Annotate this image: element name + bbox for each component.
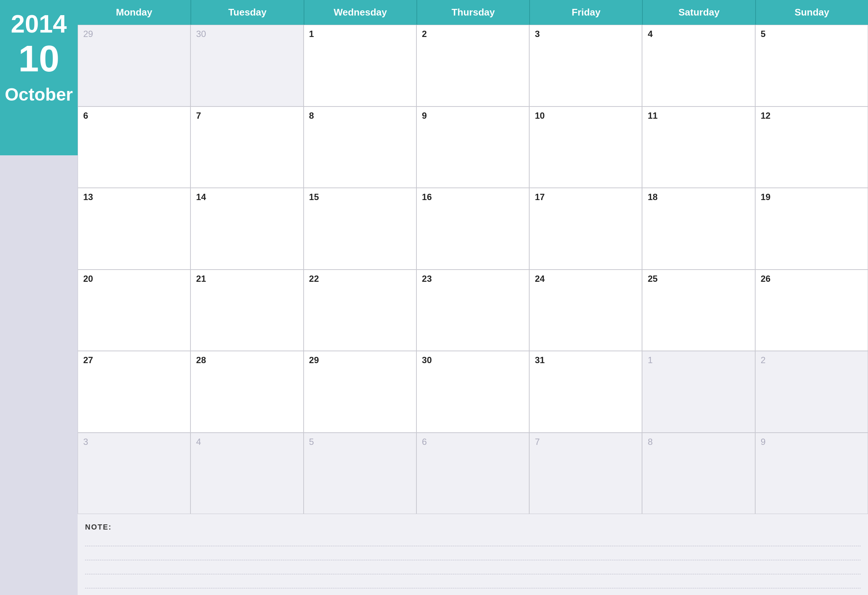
day-cell[interactable]: 2 [755, 351, 868, 433]
day-number: 5 [761, 29, 766, 39]
day-number: 8 [648, 437, 652, 447]
day-cell[interactable]: 24 [529, 270, 642, 351]
calendar-grid: 2930123456789101112131415161718192021222… [78, 25, 868, 514]
day-cell[interactable]: 1 [642, 351, 755, 433]
day-cell[interactable]: 9 [755, 433, 868, 514]
day-cell[interactable]: 22 [304, 270, 416, 351]
day-cell[interactable]: 30 [416, 351, 529, 433]
day-cell[interactable]: 16 [416, 188, 529, 270]
day-cell[interactable]: 19 [755, 188, 868, 270]
header-day-saturday: Saturday [642, 0, 755, 25]
day-number: 14 [196, 192, 206, 202]
calendar-main: MondayTuesdayWednesdayThursdayFridaySatu… [78, 0, 868, 595]
day-number: 26 [761, 274, 771, 283]
day-cell[interactable]: 28 [190, 351, 303, 433]
day-number: 9 [422, 111, 427, 121]
day-number: 11 [648, 111, 658, 121]
sidebar: 2014 10 October [0, 0, 78, 595]
day-number: 8 [309, 111, 314, 121]
day-number: 12 [761, 111, 771, 121]
day-cell[interactable]: 18 [642, 188, 755, 270]
year-label: 2014 [11, 11, 66, 36]
day-number: 29 [309, 355, 319, 365]
day-cell[interactable]: 25 [642, 270, 755, 351]
note-line [85, 563, 861, 574]
day-number: 4 [648, 29, 652, 39]
header-day-monday: Monday [78, 0, 190, 25]
day-cell[interactable]: 31 [529, 351, 642, 433]
day-number: 7 [196, 111, 201, 121]
day-number: 29 [83, 29, 93, 39]
day-cell[interactable]: 20 [78, 270, 190, 351]
day-number: 5 [309, 437, 314, 447]
day-cell[interactable]: 30 [190, 25, 303, 106]
day-number: 21 [196, 274, 206, 283]
day-cell[interactable]: 6 [416, 433, 529, 514]
day-number: 24 [535, 274, 545, 283]
day-number: 2 [761, 355, 766, 365]
day-number: 4 [196, 437, 201, 447]
day-number: 16 [422, 192, 432, 202]
day-number: 30 [422, 355, 432, 365]
day-cell[interactable]: 17 [529, 188, 642, 270]
day-cell[interactable]: 29 [78, 25, 190, 106]
notes-label: NOTE: [85, 523, 861, 532]
day-number: 3 [83, 437, 88, 447]
day-cell[interactable]: 23 [416, 270, 529, 351]
day-cell[interactable]: 4 [642, 25, 755, 106]
day-number: 20 [83, 274, 93, 283]
day-cell[interactable]: 21 [190, 270, 303, 351]
day-cell[interactable]: 29 [304, 351, 416, 433]
day-number: 25 [648, 274, 658, 283]
day-cell[interactable]: 15 [304, 188, 416, 270]
day-number: 13 [83, 192, 93, 202]
day-number: 3 [535, 29, 540, 39]
header-day-friday: Friday [529, 0, 642, 25]
day-cell[interactable]: 7 [529, 433, 642, 514]
day-cell[interactable]: 13 [78, 188, 190, 270]
day-cell[interactable]: 26 [755, 270, 868, 351]
header-day-sunday: Sunday [755, 0, 868, 25]
day-number: 22 [309, 274, 319, 283]
day-number: 1 [309, 29, 314, 39]
day-cell[interactable]: 8 [304, 106, 416, 188]
day-number: 19 [761, 192, 771, 202]
day-cell[interactable]: 11 [642, 106, 755, 188]
day-number: 17 [535, 192, 545, 202]
calendar-header: MondayTuesdayWednesdayThursdayFridaySatu… [78, 0, 868, 25]
day-cell[interactable]: 14 [190, 188, 303, 270]
notes-section: NOTE: [78, 514, 868, 595]
day-number: 31 [535, 355, 545, 365]
day-number: 1 [648, 355, 652, 365]
day-number: 18 [648, 192, 658, 202]
day-cell[interactable]: 4 [190, 433, 303, 514]
day-cell[interactable]: 8 [642, 433, 755, 514]
note-line [85, 549, 861, 560]
day-cell[interactable]: 12 [755, 106, 868, 188]
day-cell[interactable]: 3 [78, 433, 190, 514]
month-number: 10 [18, 40, 59, 77]
day-number: 23 [422, 274, 432, 283]
day-cell[interactable]: 3 [529, 25, 642, 106]
day-cell[interactable]: 1 [304, 25, 416, 106]
day-cell[interactable]: 5 [304, 433, 416, 514]
day-number: 27 [83, 355, 93, 365]
header-day-wednesday: Wednesday [304, 0, 416, 25]
day-number: 28 [196, 355, 206, 365]
day-cell[interactable]: 2 [416, 25, 529, 106]
day-cell[interactable]: 6 [78, 106, 190, 188]
day-number: 2 [422, 29, 427, 39]
day-cell[interactable]: 5 [755, 25, 868, 106]
day-number: 30 [196, 29, 206, 39]
day-number: 10 [535, 111, 545, 121]
day-cell[interactable]: 27 [78, 351, 190, 433]
note-line [85, 577, 861, 588]
day-number: 6 [83, 111, 88, 121]
day-cell[interactable]: 10 [529, 106, 642, 188]
day-number: 6 [422, 437, 427, 447]
month-name: October [5, 84, 73, 105]
day-cell[interactable]: 9 [416, 106, 529, 188]
header-day-thursday: Thursday [416, 0, 529, 25]
header-day-tuesday: Tuesday [190, 0, 303, 25]
day-cell[interactable]: 7 [190, 106, 303, 188]
